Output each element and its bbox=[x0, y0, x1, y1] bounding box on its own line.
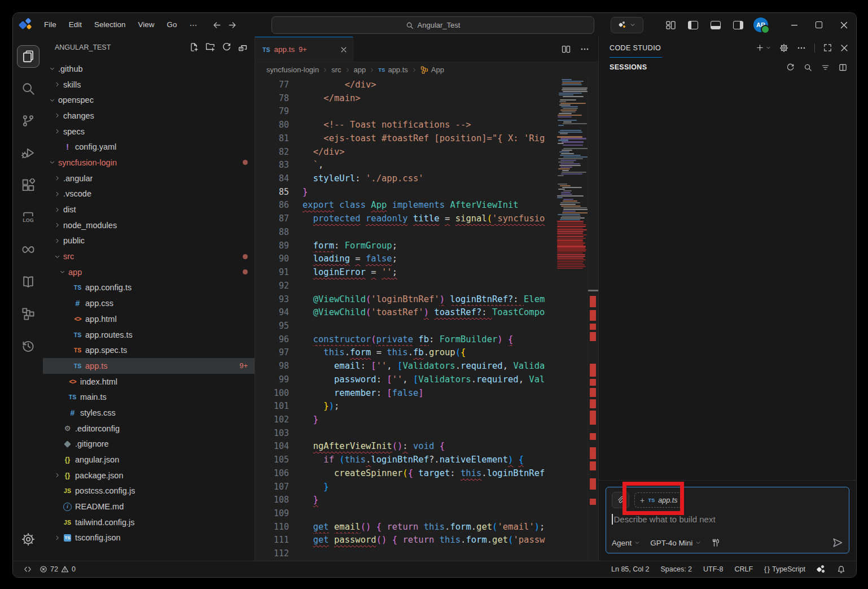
tree-item-skills[interactable]: skills bbox=[43, 77, 255, 93]
toggle-secondary-sidebar-button[interactable] bbox=[733, 21, 743, 29]
tree-item-index-html[interactable]: <>index.html bbox=[43, 374, 255, 390]
panel-close-button[interactable] bbox=[840, 44, 848, 52]
tree-item-app-spec-ts[interactable]: TSapp.spec.ts bbox=[43, 342, 255, 358]
account-avatar[interactable]: AR bbox=[753, 18, 768, 32]
notifications-bell[interactable] bbox=[833, 565, 849, 574]
menu-file[interactable]: File bbox=[39, 18, 62, 32]
toggle-primary-sidebar-button[interactable] bbox=[688, 21, 698, 29]
tree-item-postcss-config-js[interactable]: JSpostcss.config.js bbox=[43, 483, 255, 499]
tree-item-public[interactable]: public bbox=[43, 233, 255, 249]
tree-item-src[interactable]: src bbox=[43, 248, 255, 264]
tree-item-config-yaml[interactable]: !config.yaml bbox=[43, 139, 255, 155]
breadcrumb-app[interactable]: app bbox=[354, 66, 366, 74]
collapse-all-button[interactable] bbox=[238, 42, 248, 52]
activity-docs-book-icon[interactable] bbox=[16, 265, 41, 298]
activity-source-control-icon[interactable] bbox=[16, 104, 41, 137]
language-mode-status[interactable]: { } TypeScript bbox=[760, 565, 809, 573]
problems-status[interactable]: 72 0 bbox=[36, 565, 80, 573]
encoding-status[interactable]: UTF-8 bbox=[699, 565, 727, 573]
panel-expand-button[interactable] bbox=[823, 43, 832, 52]
sessions-layout-button[interactable] bbox=[839, 63, 847, 72]
minimap[interactable] bbox=[557, 77, 588, 561]
tree-item--angular[interactable]: .angular bbox=[43, 171, 255, 186]
tree-item-readme-md[interactable]: iREADME.md bbox=[43, 499, 255, 514]
activity-output-log-icon[interactable]: LOG bbox=[16, 201, 41, 233]
breadcrumb-syncfusion-login[interactable]: syncfusion-login bbox=[266, 66, 319, 74]
new-file-button[interactable] bbox=[189, 42, 199, 52]
activity-extensions-icon[interactable] bbox=[16, 169, 41, 201]
toggle-panel-button[interactable] bbox=[711, 21, 721, 29]
model-dropdown[interactable]: GPT-4o Mini bbox=[650, 539, 701, 547]
sessions-refresh-button[interactable] bbox=[786, 63, 795, 72]
tree-item-app-routes-ts[interactable]: TSapp.routes.ts bbox=[43, 327, 255, 343]
command-center[interactable]: Angular_Test bbox=[271, 16, 594, 34]
new-session-button[interactable] bbox=[756, 43, 771, 52]
minimize-button[interactable] bbox=[782, 13, 806, 37]
activity-run-debug-icon[interactable] bbox=[16, 137, 41, 169]
tree-item-app[interactable]: app bbox=[43, 264, 255, 280]
nav-back-button[interactable] bbox=[212, 20, 222, 30]
tools-button[interactable] bbox=[711, 538, 720, 547]
panel-title-code-studio[interactable]: CODE STUDIO bbox=[610, 38, 662, 58]
customize-layout-button[interactable] bbox=[666, 21, 676, 29]
sessions-filter-button[interactable] bbox=[821, 63, 830, 72]
nav-forward-button[interactable] bbox=[227, 20, 237, 30]
activity-history-icon[interactable] bbox=[16, 330, 41, 362]
copilot-extension-button[interactable] bbox=[611, 17, 643, 33]
scrollbar-thumb[interactable] bbox=[588, 290, 598, 291]
tab-app-ts[interactable]: TS app.ts 9+ bbox=[255, 37, 353, 62]
editor-more-actions-button[interactable] bbox=[580, 45, 589, 54]
menu-more[interactable]: ⋯ bbox=[185, 18, 203, 32]
panel-more-actions-button[interactable] bbox=[797, 43, 806, 53]
menu-view[interactable]: View bbox=[133, 18, 160, 32]
activity-settings-gear-icon[interactable] bbox=[16, 523, 41, 555]
split-editor-button[interactable] bbox=[562, 45, 571, 54]
menu-selection[interactable]: Selection bbox=[89, 18, 131, 32]
maximize-button[interactable] bbox=[806, 13, 831, 37]
tree-item-specs[interactable]: specs bbox=[43, 124, 255, 139]
panel-settings-gear-icon[interactable] bbox=[779, 43, 788, 53]
tree-item-app-ts[interactable]: TSapp.ts9+ bbox=[43, 358, 255, 374]
activity-symbols-icon[interactable] bbox=[16, 298, 41, 330]
tree-item--vscode[interactable]: .vscode bbox=[43, 186, 255, 202]
tree-item-app-html[interactable]: <>app.html bbox=[43, 311, 255, 327]
tree-item--editorconfig[interactable]: ⚙.editorconfig bbox=[43, 421, 255, 437]
remote-indicator[interactable] bbox=[20, 565, 36, 573]
tree-item-openspec[interactable]: openspec bbox=[43, 92, 255, 108]
refresh-button[interactable] bbox=[222, 42, 231, 52]
cursor-position-status[interactable]: Ln 85, Col 2 bbox=[607, 565, 653, 573]
tree-item-tsconfig-json[interactable]: TStsconfig.json bbox=[43, 530, 255, 546]
tree-item--gitignore[interactable]: .gitignore bbox=[43, 437, 255, 452]
code-editor[interactable]: 77 </div>78 </main>7980 <!-- Toast notif… bbox=[255, 77, 598, 561]
chat-placeholder[interactable]: Describe what to build next bbox=[614, 514, 716, 524]
tree-item-app-config-ts[interactable]: TSapp.config.ts bbox=[43, 280, 255, 296]
menu-edit[interactable]: Edit bbox=[64, 18, 87, 32]
activity-search-icon[interactable] bbox=[16, 72, 41, 104]
tree-item-angular-json[interactable]: {}angular.json bbox=[43, 452, 255, 468]
activity-explorer-icon[interactable] bbox=[16, 40, 41, 72]
breadcrumb-src[interactable]: src bbox=[331, 66, 341, 74]
new-folder-button[interactable] bbox=[205, 42, 215, 52]
close-window-button[interactable] bbox=[831, 13, 856, 37]
breadcrumb-app[interactable]: App bbox=[420, 66, 444, 74]
menu-go[interactable]: Go bbox=[162, 18, 182, 32]
sessions-search-button[interactable] bbox=[804, 63, 812, 72]
tree-item-syncfusion-login[interactable]: syncfusion-login bbox=[43, 155, 255, 171]
tree-item-dist[interactable]: dist bbox=[43, 202, 255, 217]
mode-dropdown[interactable]: Agent bbox=[612, 539, 640, 547]
tree-item-node-modules[interactable]: node_modules bbox=[43, 217, 255, 233]
tree-item-changes[interactable]: changes bbox=[43, 108, 255, 124]
tree-item-app-css[interactable]: #app.css bbox=[43, 295, 255, 311]
tab-close-icon[interactable] bbox=[340, 46, 347, 53]
tree-item--github[interactable]: .github bbox=[43, 61, 255, 77]
send-button[interactable] bbox=[832, 537, 843, 548]
tree-item-tailwind-config-js[interactable]: JStailwind.config.js bbox=[43, 514, 255, 530]
tree-item-package-json[interactable]: {}package.json bbox=[43, 468, 255, 483]
eol-status[interactable]: CRLF bbox=[730, 565, 757, 573]
indentation-status[interactable]: Spaces: 2 bbox=[656, 565, 696, 573]
syncfusion-status-icon[interactable] bbox=[813, 565, 830, 574]
tree-item-styles-css[interactable]: #styles.css bbox=[43, 405, 255, 421]
overview-ruler[interactable] bbox=[588, 77, 598, 561]
tree-item-main-ts[interactable]: TSmain.ts bbox=[43, 389, 255, 405]
breadcrumb[interactable]: syncfusion-loginsrcappTSapp.tsApp bbox=[255, 62, 598, 77]
